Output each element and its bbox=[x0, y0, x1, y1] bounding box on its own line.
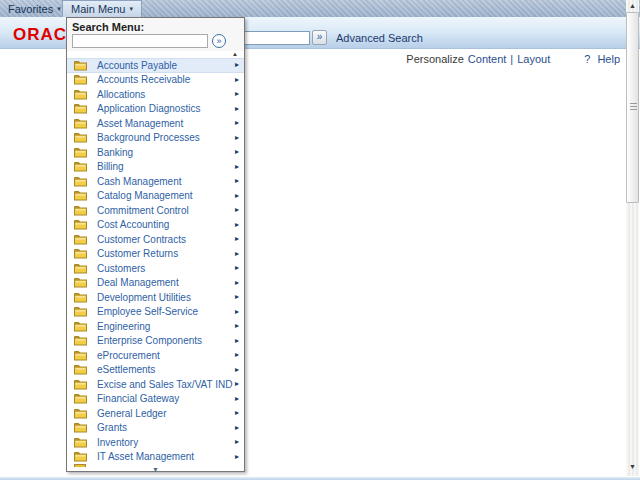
submenu-arrow-icon: ▸ bbox=[235, 308, 239, 316]
menu-item-label: Employee Self-Service bbox=[97, 306, 198, 317]
menu-item-label: Customers bbox=[97, 263, 145, 274]
personalize-layout-link[interactable]: Layout bbox=[517, 53, 550, 65]
submenu-arrow-icon: ▸ bbox=[235, 279, 239, 287]
main-menu-tab[interactable]: Main Menu ▾ bbox=[62, 0, 142, 17]
menu-footer: ▼ bbox=[67, 464, 244, 471]
menu-item[interactable]: Engineering ▸ bbox=[67, 319, 244, 334]
scrollbar-thumb[interactable] bbox=[626, 12, 639, 203]
submenu-arrow-icon: ▸ bbox=[235, 206, 239, 214]
menu-item[interactable]: Commitment Control ▸ bbox=[67, 203, 244, 218]
personalize-label: Personalize bbox=[406, 53, 463, 65]
menu-item[interactable]: Deal Management ▸ bbox=[67, 276, 244, 291]
menu-item[interactable]: Development Utilities ▸ bbox=[67, 290, 244, 305]
submenu-arrow-icon: ▸ bbox=[235, 250, 239, 258]
menu-item[interactable]: Excise and Sales Tax/VAT IND ▸ bbox=[67, 377, 244, 392]
menu-item[interactable]: Inventory ▸ bbox=[67, 435, 244, 450]
vertical-scrollbar[interactable]: ▲ ▼ bbox=[626, 0, 639, 476]
menu-item[interactable]: Cash Management ▸ bbox=[67, 174, 244, 189]
menu-item[interactable]: Application Diagnostics ▸ bbox=[67, 102, 244, 117]
folder-icon bbox=[74, 350, 87, 361]
menu-item[interactable]: Customers ▸ bbox=[67, 261, 244, 276]
personalize-content-link[interactable]: Content bbox=[468, 53, 507, 65]
menu-item-label: Accounts Receivable bbox=[97, 74, 190, 85]
menu-search-go-icon[interactable]: » bbox=[212, 34, 226, 48]
menu-item[interactable]: Customer Returns ▸ bbox=[67, 247, 244, 262]
menu-item[interactable]: Cost Accounting ▸ bbox=[67, 218, 244, 233]
submenu-arrow-icon: ▸ bbox=[235, 119, 239, 127]
folder-icon bbox=[74, 451, 87, 462]
page-actions-row: Personalize Content | Layout ? Help bbox=[406, 53, 620, 65]
menu-item[interactable]: Catalog Management ▸ bbox=[67, 189, 244, 204]
menu-item[interactable]: General Ledger ▸ bbox=[67, 406, 244, 421]
menu-item[interactable]: Accounts Payable ▸ bbox=[67, 58, 244, 73]
menu-item-label: Catalog Management bbox=[97, 190, 193, 201]
menu-list: Accounts Payable ▸ Accounts Receivable ▸ bbox=[67, 58, 244, 464]
folder-icon bbox=[74, 263, 87, 274]
help-icon[interactable]: ? bbox=[584, 53, 590, 65]
menu-item-label: Grants bbox=[97, 422, 127, 433]
folder-icon bbox=[74, 335, 87, 346]
submenu-arrow-icon: ▸ bbox=[235, 424, 239, 432]
folder-icon bbox=[74, 408, 87, 419]
menu-item[interactable]: Grants ▸ bbox=[67, 421, 244, 436]
submenu-arrow-icon: ▸ bbox=[235, 453, 239, 461]
folder-icon bbox=[74, 205, 87, 216]
favorites-menu-tab[interactable]: Favorites ▾ bbox=[0, 0, 69, 17]
folder-icon bbox=[74, 422, 87, 433]
advanced-search-link[interactable]: Advanced Search bbox=[336, 32, 423, 44]
menu-item[interactable]: Accounts Receivable ▸ bbox=[67, 73, 244, 88]
menu-search-input[interactable] bbox=[72, 34, 208, 48]
chevron-down-icon: ▾ bbox=[129, 5, 133, 13]
scrollbar-up-icon[interactable]: ▲ bbox=[626, 1, 639, 11]
menu-item[interactable]: eProcurement ▸ bbox=[67, 348, 244, 363]
folder-icon bbox=[74, 292, 87, 303]
menu-item[interactable]: Allocations ▸ bbox=[67, 87, 244, 102]
menu-item-label: Development Utilities bbox=[97, 292, 191, 303]
folder-icon bbox=[74, 161, 87, 172]
folder-icon bbox=[74, 248, 87, 259]
menu-item-label: Cost Accounting bbox=[97, 219, 169, 230]
menu-item[interactable]: Enterprise Components ▸ bbox=[67, 334, 244, 349]
folder-icon bbox=[74, 364, 87, 375]
menu-item[interactable]: Billing ▸ bbox=[67, 160, 244, 175]
menu-item-label: Inventory bbox=[97, 437, 138, 448]
menu-scroll-up-icon[interactable]: ▲ bbox=[67, 51, 244, 58]
menu-item-label: eSettlements bbox=[97, 364, 155, 375]
menu-item[interactable]: Asset Management ▸ bbox=[67, 116, 244, 131]
peoplesoft-page: Favorites ▾ Main Menu ▾ ORACLE » Advance… bbox=[0, 0, 640, 480]
submenu-arrow-icon: ▸ bbox=[235, 380, 239, 388]
help-link[interactable]: Help bbox=[597, 53, 620, 65]
folder-icon bbox=[74, 103, 87, 114]
folder-icon bbox=[74, 147, 87, 158]
menu-item[interactable]: Banking ▸ bbox=[67, 145, 244, 160]
submenu-arrow-icon: ▸ bbox=[235, 76, 239, 84]
folder-icon bbox=[74, 74, 87, 85]
menu-item[interactable]: Customer Contracts ▸ bbox=[67, 232, 244, 247]
menu-item-label: Commitment Control bbox=[97, 205, 189, 216]
separator: | bbox=[510, 53, 513, 65]
submenu-arrow-icon: ▸ bbox=[235, 221, 239, 229]
folder-icon bbox=[74, 219, 87, 230]
menu-item-label: General Ledger bbox=[97, 408, 167, 419]
folder-icon bbox=[74, 306, 87, 317]
menu-scroll-down-icon[interactable]: ▼ bbox=[67, 466, 244, 473]
menu-item[interactable]: Background Processes ▸ bbox=[67, 131, 244, 146]
menu-item-label: Banking bbox=[97, 147, 133, 158]
menu-item-label: Enterprise Components bbox=[97, 335, 202, 346]
menu-item[interactable]: eSettlements ▸ bbox=[67, 363, 244, 378]
submenu-arrow-icon: ▸ bbox=[235, 163, 239, 171]
folder-icon bbox=[74, 176, 87, 187]
submenu-arrow-icon: ▸ bbox=[235, 337, 239, 345]
menu-item[interactable]: IT Asset Management ▸ bbox=[67, 450, 244, 465]
folder-icon bbox=[74, 118, 87, 129]
folder-icon bbox=[74, 234, 87, 245]
menu-item[interactable]: Employee Self-Service ▸ bbox=[67, 305, 244, 320]
banner-search-go-icon[interactable]: » bbox=[312, 30, 327, 45]
personalize-group: Personalize Content | Layout bbox=[406, 53, 550, 65]
menu-item[interactable]: Financial Gateway ▸ bbox=[67, 392, 244, 407]
submenu-arrow-icon: ▸ bbox=[235, 148, 239, 156]
submenu-arrow-icon: ▸ bbox=[235, 293, 239, 301]
scrollbar-down-icon[interactable]: ▼ bbox=[626, 462, 639, 472]
menu-item-label: eProcurement bbox=[97, 350, 160, 361]
menu-item-label: Cash Management bbox=[97, 176, 182, 187]
